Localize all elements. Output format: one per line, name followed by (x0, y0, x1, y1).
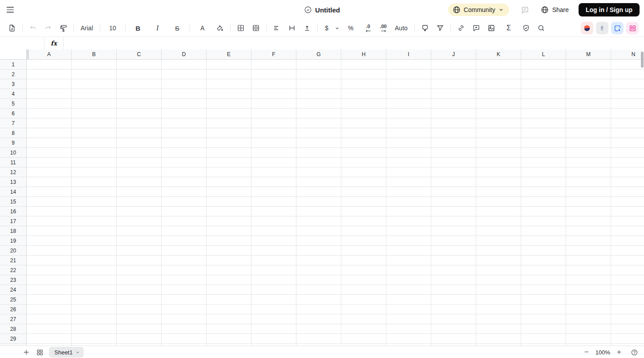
toolbar: Arial 10 B I S A $ (0, 20, 644, 37)
text-color-button[interactable]: A (194, 22, 211, 34)
row-header-6[interactable]: 6 (0, 109, 26, 118)
feedback-icon[interactable] (521, 6, 529, 14)
planet-plugin-icon[interactable] (581, 22, 593, 34)
currency-format-button[interactable]: $ (321, 22, 332, 34)
insert-link-icon[interactable] (455, 22, 467, 34)
menu-icon[interactable] (7, 7, 14, 13)
row-header-23[interactable]: 23 (0, 275, 26, 285)
currency-chevron-icon[interactable] (333, 22, 340, 34)
globe-icon (453, 6, 461, 14)
all-sheets-icon[interactable] (34, 347, 45, 358)
plugin-buttons (581, 22, 644, 34)
row-header-9[interactable]: 9 (0, 138, 26, 148)
font-family-select[interactable]: Arial (78, 22, 95, 34)
zoom-out-button[interactable]: − (581, 348, 592, 357)
row-header-5[interactable]: 5 (0, 99, 26, 109)
search-icon[interactable] (535, 22, 547, 34)
row-header-19[interactable]: 19 (0, 236, 26, 246)
horizontal-align-icon[interactable] (271, 22, 283, 34)
vertical-scrollbar[interactable] (641, 52, 644, 68)
zoom-level[interactable]: 100% (595, 349, 610, 356)
row-header-22[interactable]: 22 (0, 265, 26, 275)
layout-plugin-icon[interactable] (626, 22, 639, 34)
column-header-D[interactable]: D (162, 49, 207, 59)
vertical-align-icon[interactable] (286, 22, 298, 34)
italic-button[interactable]: I (150, 22, 166, 34)
row-header-28[interactable]: 28 (0, 324, 26, 334)
divider (414, 24, 415, 32)
row-header-25[interactable]: 25 (0, 295, 26, 305)
name-box[interactable] (0, 37, 45, 49)
column-header-F[interactable]: F (251, 49, 296, 59)
column-header-I[interactable]: I (386, 49, 431, 59)
column-header-N[interactable]: N (611, 49, 644, 59)
merge-cells-icon[interactable] (250, 22, 262, 34)
row-header-11[interactable]: 11 (0, 158, 26, 167)
column-header-E[interactable]: E (207, 49, 251, 59)
column-header-H[interactable]: H (341, 49, 386, 59)
sheet-tab-sheet1[interactable]: Sheet1 (49, 347, 84, 358)
filter-icon[interactable] (434, 22, 446, 34)
font-size-select[interactable]: 10 (105, 22, 121, 34)
file-export-icon[interactable] (6, 22, 18, 34)
help-icon[interactable] (629, 347, 640, 358)
grid-cells[interactable] (27, 60, 644, 346)
decrease-decimal-icon[interactable]: .0 (362, 22, 374, 34)
column-header-G[interactable]: G (296, 49, 341, 59)
row-header-4[interactable]: 4 (0, 89, 26, 99)
sheet-menu-chevron-icon[interactable] (75, 350, 80, 355)
conditional-format-icon[interactable] (419, 22, 431, 34)
format-painter-icon[interactable] (57, 22, 69, 34)
column-header-K[interactable]: K (476, 49, 521, 59)
redo-icon[interactable] (42, 22, 54, 34)
strikethrough-button[interactable]: S (169, 22, 185, 34)
add-sheet-icon[interactable] (21, 347, 32, 358)
row-header-2[interactable]: 2 (0, 69, 26, 79)
add-comment-icon[interactable] (470, 22, 482, 34)
row-header-24[interactable]: 24 (0, 285, 26, 295)
share-button[interactable]: Share (541, 6, 569, 14)
row-header-7[interactable]: 7 (0, 118, 26, 128)
column-header-C[interactable]: C (117, 49, 162, 59)
row-header-12[interactable]: 12 (0, 167, 26, 177)
ethereum-plugin-icon[interactable] (596, 22, 608, 34)
column-header-A[interactable]: A (27, 49, 72, 59)
number-format-select[interactable]: Auto (393, 22, 410, 34)
borders-icon[interactable] (235, 22, 247, 34)
bold-button[interactable]: B (130, 22, 146, 34)
row-header-14[interactable]: 14 (0, 187, 26, 197)
export-range-plugin-icon[interactable] (611, 22, 624, 34)
zoom-in-button[interactable]: + (614, 348, 624, 357)
insert-image-icon[interactable] (486, 22, 497, 34)
row-header-15[interactable]: 15 (0, 197, 26, 207)
column-header-L[interactable]: L (521, 49, 566, 59)
row-header-20[interactable]: 20 (0, 246, 26, 256)
fill-color-icon[interactable] (214, 22, 226, 34)
row-header-16[interactable]: 16 (0, 207, 26, 216)
row-header-1[interactable]: 1 (0, 60, 26, 69)
select-all-corner[interactable] (0, 49, 27, 60)
row-header-17[interactable]: 17 (0, 216, 26, 226)
formula-input[interactable] (64, 37, 644, 49)
row-header-27[interactable]: 27 (0, 314, 26, 324)
login-signup-button[interactable]: Log in / Sign up (579, 3, 640, 16)
row-header-18[interactable]: 18 (0, 226, 26, 236)
row-header-21[interactable]: 21 (0, 256, 26, 265)
text-wrap-icon[interactable] (301, 22, 313, 34)
functions-button[interactable]: Σ (501, 22, 517, 34)
row-header-13[interactable]: 13 (0, 177, 26, 187)
row-header-8[interactable]: 8 (0, 128, 26, 138)
data-validation-icon[interactable] (520, 22, 532, 34)
column-header-J[interactable]: J (431, 49, 476, 59)
percent-format-button[interactable]: % (343, 22, 359, 34)
row-header-29[interactable]: 29 (0, 334, 26, 344)
column-header-B[interactable]: B (72, 49, 117, 59)
undo-icon[interactable] (27, 22, 39, 34)
column-header-M[interactable]: M (566, 49, 611, 59)
increase-decimal-icon[interactable]: .00 (377, 22, 389, 34)
row-header-3[interactable]: 3 (0, 79, 26, 89)
row-header-10[interactable]: 10 (0, 148, 26, 158)
community-button[interactable]: Community (448, 4, 509, 16)
row-header-26[interactable]: 26 (0, 305, 26, 314)
zoom-controls: − 100% + (581, 347, 644, 358)
